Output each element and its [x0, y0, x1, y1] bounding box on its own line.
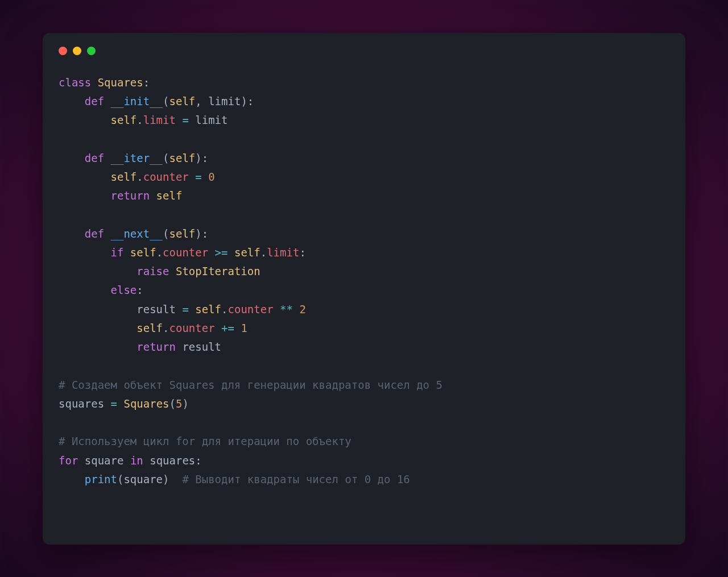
code-token-white	[59, 473, 85, 485]
code-token-white	[143, 454, 150, 467]
code-token-keyword: return	[136, 341, 176, 353]
code-token-white	[176, 114, 182, 126]
traffic-lights	[59, 47, 669, 55]
code-token-punctuation: :	[143, 76, 150, 89]
close-icon[interactable]	[59, 47, 67, 55]
code-token-param: limit	[208, 95, 241, 107]
code-token-white	[176, 303, 182, 316]
code-token-white	[123, 246, 130, 259]
code-token-function: __next__	[111, 227, 163, 240]
code-token-white	[59, 322, 136, 334]
code-token-white	[293, 303, 299, 316]
code-token-keyword: if	[111, 246, 124, 259]
code-token-punctuation: )	[182, 397, 188, 410]
code-token-punctuation: (	[163, 227, 169, 240]
code-token-comment: # Используем цикл for для итерации по об…	[59, 435, 351, 447]
code-token-white	[59, 265, 136, 277]
code-token-self: self	[169, 227, 196, 240]
code-token-self: self	[111, 114, 137, 126]
code-token-white	[150, 189, 156, 202]
code-token-number: 1	[241, 322, 247, 334]
code-token-punctuation: .	[221, 303, 228, 316]
code-token-punctuation: .	[156, 246, 163, 259]
code-token-punctuation: .	[163, 322, 169, 334]
code-window: class Squares: def __init__(self, limit)…	[43, 33, 685, 545]
code-token-punctuation: .	[136, 171, 143, 183]
code-token-self: self	[169, 95, 196, 107]
code-token-self: self	[234, 246, 260, 259]
code-token-param: square	[85, 454, 124, 467]
code-token-property: counter	[169, 322, 215, 334]
code-token-property: counter	[163, 246, 208, 259]
code-token-punctuation: :	[136, 284, 143, 296]
code-token-white	[176, 341, 182, 353]
code-token-punctuation: )	[163, 473, 169, 485]
code-token-param: squares	[150, 454, 195, 467]
code-token-param: limit	[195, 114, 228, 126]
code-token-white	[104, 227, 110, 240]
code-token-white	[59, 152, 85, 164]
code-token-param: result	[136, 303, 176, 316]
code-token-property: limit	[143, 114, 176, 126]
code-token-property: counter	[228, 303, 274, 316]
code-token-white	[169, 473, 183, 485]
code-token-punctuation: (	[163, 95, 169, 107]
code-token-white	[59, 246, 111, 259]
code-token-keyword: for	[59, 454, 78, 467]
code-token-punctuation: .	[260, 246, 267, 259]
code-token-self: self	[156, 189, 183, 202]
code-token-operator: =	[111, 397, 117, 410]
code-token-self: self	[111, 171, 137, 183]
code-token-operator: >=	[215, 246, 228, 259]
code-token-classname: Squares	[98, 76, 143, 89]
code-token-punctuation: ,	[195, 95, 208, 107]
code-token-builtin: print	[85, 473, 117, 485]
code-token-white	[228, 246, 234, 259]
code-token-operator: +=	[221, 322, 234, 334]
code-token-punctuation: (	[117, 473, 123, 485]
code-token-keyword: def	[85, 95, 104, 107]
code-token-white	[59, 284, 111, 296]
code-token-white	[59, 114, 111, 126]
code-token-number: 5	[176, 397, 182, 410]
code-token-white	[208, 246, 214, 259]
code-token-property: counter	[143, 171, 189, 183]
code-token-operator: =	[182, 303, 188, 316]
code-token-param: result	[182, 341, 221, 353]
code-token-white	[189, 171, 195, 183]
code-token-white	[274, 303, 280, 316]
minimize-icon[interactable]	[73, 47, 81, 55]
code-token-keyword: def	[85, 152, 104, 164]
code-token-punctuation: ):	[195, 227, 208, 240]
code-token-property: limit	[267, 246, 299, 259]
code-token-classname: Squares	[123, 397, 169, 410]
code-token-white	[59, 95, 85, 107]
code-token-white	[117, 397, 123, 410]
code-token-white	[189, 303, 195, 316]
code-token-white	[59, 341, 136, 353]
code-token-white	[104, 95, 110, 107]
code-token-punctuation: ):	[241, 95, 254, 107]
code-token-punctuation: (	[163, 152, 169, 164]
code-token-white	[104, 152, 110, 164]
code-token-white	[59, 171, 111, 183]
code-token-punctuation: :	[195, 454, 201, 467]
code-token-white	[202, 171, 208, 183]
maximize-icon[interactable]	[87, 47, 96, 55]
code-token-exception: StopIteration	[176, 265, 260, 277]
code-token-white	[59, 189, 111, 202]
code-token-keyword: def	[85, 227, 104, 240]
code-token-operator: **	[280, 303, 293, 316]
code-token-white	[78, 454, 84, 467]
code-token-function: __init__	[111, 95, 163, 107]
code-token-punctuation: ):	[195, 152, 208, 164]
code-token-self: self	[136, 322, 163, 334]
code-token-punctuation: (	[169, 397, 176, 410]
code-token-number: 2	[299, 303, 305, 316]
code-token-operator: =	[195, 171, 201, 183]
code-content: class Squares: def __init__(self, limit)…	[59, 73, 669, 489]
code-token-keyword: class	[59, 76, 91, 89]
code-token-self: self	[169, 152, 196, 164]
code-token-param: squares	[59, 397, 104, 410]
code-token-white	[104, 397, 110, 410]
